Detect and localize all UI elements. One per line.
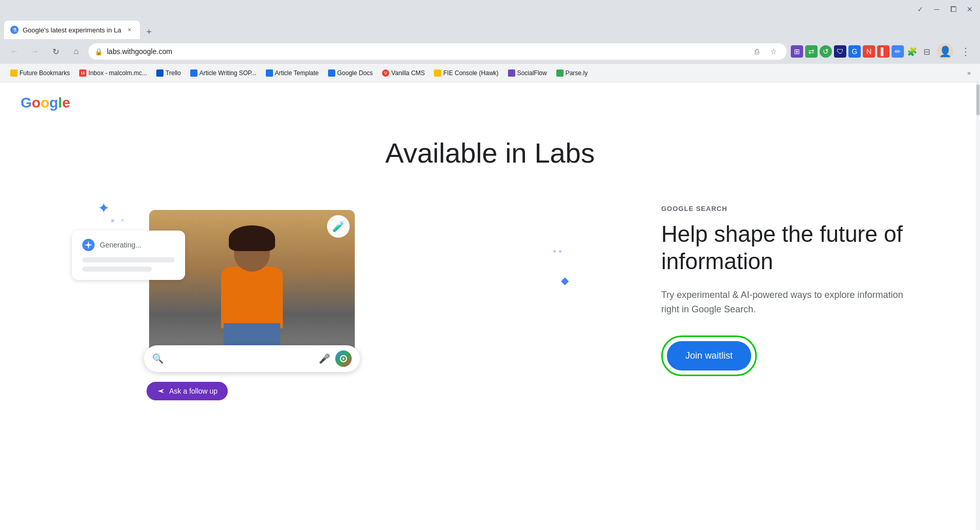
sparkle-large-icon: ✦ [98, 200, 110, 217]
title-bar: ✓ ─ ⧠ ✕ [0, 0, 980, 19]
description-area: GOOGLE SEARCH Help shape the future of i… [661, 195, 918, 376]
page-content: Google Available in Labs ✦ ◆ [0, 82, 980, 530]
sparkle-dot-1 [111, 219, 114, 222]
sparkle-dots-row [553, 250, 561, 253]
bookmark-trello[interactable]: Trello [152, 67, 185, 79]
ext-icon-1[interactable]: ⊞ [791, 45, 803, 58]
page-title: Available in Labs [41, 137, 939, 169]
refresh-button[interactable]: ↻ [47, 43, 64, 60]
ext-icon-7[interactable]: ▌ [877, 45, 890, 58]
forward-button[interactable]: → [27, 43, 43, 60]
sparkle-dot-2 [121, 219, 123, 221]
bookmark-sop-label: Article Writing SOP... [199, 69, 257, 77]
bookmark-fie[interactable]: FIE Console (Hawk) [430, 67, 502, 79]
bookmark-template-label: Article Template [275, 69, 319, 77]
bookmark-parsely[interactable]: Parse.ly [552, 67, 592, 79]
ext-icon-3[interactable]: ↺ [820, 45, 832, 58]
product-category: GOOGLE SEARCH [661, 205, 918, 213]
ext-icon-4[interactable]: 🛡 [834, 45, 846, 58]
bookmark-socialflow-label: SocialFlow [517, 69, 547, 77]
ext-icon-5[interactable]: G [848, 45, 861, 58]
person-torso [221, 267, 283, 328]
product-title-line1: Help shape the future of [661, 221, 903, 246]
bookmark-button[interactable]: ☆ [766, 44, 781, 59]
svg-point-1 [342, 358, 344, 360]
ext-icon-6[interactable]: N [863, 45, 875, 58]
back-button[interactable]: ← [6, 43, 23, 60]
restore-control[interactable]: ⧠ [949, 5, 957, 13]
labs-page: Available in Labs ✦ ◆ [0, 111, 980, 400]
home-button[interactable]: ⌂ [68, 43, 84, 60]
bookmark-parsely-label: Parse.ly [566, 69, 588, 77]
content-section: ✦ ◆ Generating... [41, 195, 939, 390]
logo-g: G [21, 95, 32, 111]
sparkle-dot-row-2 [559, 250, 561, 253]
chrome-menu-button[interactable]: ⋮ [957, 43, 974, 60]
join-waitlist-button[interactable]: Join waitlist [667, 341, 751, 370]
bookmark-gdocs-label: Google Docs [337, 69, 373, 77]
minimize-control[interactable]: ─ [933, 5, 941, 13]
bookmarks-bar: Future Bookmarks M Inbox - malcolm.mc...… [0, 64, 980, 82]
generating-header: Generating... [82, 239, 175, 251]
generating-lines [82, 257, 175, 272]
voice-search-icon[interactable]: 🎤 [319, 353, 330, 364]
bookmark-gdocs[interactable]: Google Docs [324, 67, 377, 79]
follow-up-button[interactable]: Ask a follow up [147, 382, 228, 400]
browser-chrome: ✓ ─ ⧠ ✕ ⚗ Google's latest experiments in… [0, 0, 980, 82]
generating-card: Generating... [72, 231, 185, 280]
bookmark-future[interactable]: Future Bookmarks [6, 67, 74, 79]
lock-icon: 🔒 [95, 48, 103, 56]
tab-favicon: ⚗ [10, 26, 19, 34]
google-logo-text: Google [21, 95, 70, 111]
follow-up-icon [157, 387, 165, 395]
logo-g2: g [49, 95, 58, 111]
maximize-control[interactable]: ✓ [916, 5, 924, 13]
bookmark-inbox[interactable]: M Inbox - malcolm.mc... [75, 67, 151, 79]
follow-up-label: Ask a follow up [169, 387, 217, 395]
bookmark-vanilla[interactable]: V Vanilla CMS [378, 67, 429, 79]
scrollbar[interactable] [976, 82, 980, 530]
lens-search-icon[interactable] [335, 350, 352, 367]
bookmark-trello-label: Trello [166, 69, 181, 77]
share-button[interactable]: ⎙ [750, 44, 764, 59]
product-title: Help shape the future of information [661, 221, 918, 275]
bookmark-fie-label: FIE Console (Hawk) [443, 69, 498, 77]
sparkle-diamond-icon: ◆ [561, 274, 569, 287]
bookmark-future-label: Future Bookmarks [20, 69, 70, 77]
flask-icon: 🧪 [332, 220, 345, 233]
bookmarks-more-button[interactable]: » [964, 67, 974, 79]
generating-line-1 [82, 257, 175, 262]
person-figure [201, 236, 303, 359]
bookmark-template[interactable]: Article Template [262, 67, 323, 79]
page-header: Google [0, 82, 980, 111]
product-description: Try experimental & AI-powered ways to ex… [661, 288, 918, 317]
ext-icon-8[interactable]: ✏ [892, 45, 904, 58]
scrollbar-thumb[interactable] [976, 84, 979, 115]
logo-e: e [62, 95, 70, 111]
address-bar[interactable]: 🔒 labs.withgoogle.com ⎙ ☆ [88, 43, 787, 60]
person-hair [229, 225, 275, 251]
url-text: labs.withgoogle.com [107, 47, 746, 56]
profile-button[interactable]: 👤 [937, 43, 953, 60]
address-actions: ⎙ ☆ [750, 44, 781, 59]
google-logo: Google [21, 95, 70, 111]
new-tab-button[interactable]: + [142, 25, 156, 39]
search-icon: 🔍 [152, 353, 164, 364]
active-tab[interactable]: ⚗ Google's latest experiments in La × [4, 21, 140, 39]
search-bar-overlay[interactable]: 🔍 🎤 [144, 345, 360, 372]
product-title-line2: information [661, 249, 773, 274]
logo-l: l [58, 95, 62, 111]
logo-o2: o [41, 95, 49, 111]
tab-close-button[interactable]: × [125, 26, 134, 34]
sparkle-dot-row-1 [553, 250, 556, 253]
generating-label: Generating... [100, 241, 141, 249]
bookmark-socialflow[interactable]: SocialFlow [504, 67, 551, 79]
window-controls: ✓ ─ ⧠ ✕ [916, 5, 974, 13]
bookmark-sop[interactable]: Article Writing SOP... [186, 67, 261, 79]
tab-title: Google's latest experiments in La [23, 26, 121, 34]
ext-icon-sidebar[interactable]: ⊟ [920, 45, 933, 58]
ext-icon-2[interactable]: ⇄ [805, 45, 818, 58]
close-control[interactable]: ✕ [966, 5, 974, 13]
ext-icon-puzzle[interactable]: 🧩 [906, 45, 918, 58]
page-title-section: Available in Labs [41, 121, 939, 195]
